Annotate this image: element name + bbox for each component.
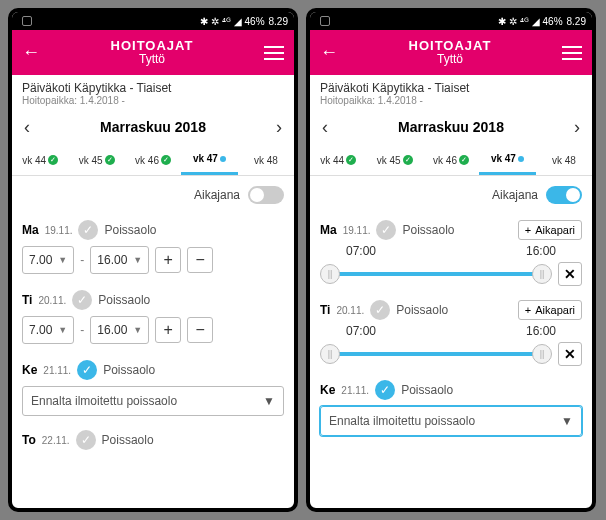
add-timepair-button[interactable]: +: [155, 247, 181, 273]
absence-reason-select[interactable]: Ennalta ilmoitettu poissaolo ▼: [320, 406, 582, 436]
day-name: Ma: [320, 223, 337, 237]
day-header-to: To 22.11. ✓ Poissaolo: [22, 424, 284, 452]
caret-down-icon: ▼: [133, 255, 142, 265]
next-month-button[interactable]: ›: [272, 113, 286, 142]
day-header-ma: Ma 19.11. ✓ Poissaolo +Aikapari: [320, 214, 582, 242]
day-header-ke: Ke 21.11. ✓ Poissaolo: [320, 374, 582, 402]
absence-checkbox[interactable]: ✓: [370, 300, 390, 320]
week-tab-44[interactable]: vk 44✓: [12, 145, 68, 175]
absence-label: Poissaolo: [98, 293, 150, 307]
caret-down-icon: ▼: [58, 255, 67, 265]
day-header-ti: Ti 20.11. ✓ Poissaolo: [22, 284, 284, 312]
days-list: Ma 19.11. ✓ Poissaolo 7.00▼ - 16.00▼ + −…: [12, 214, 294, 508]
time-range-slider[interactable]: || ||: [320, 343, 552, 365]
time-range-slider[interactable]: || ||: [320, 263, 552, 285]
start-time-select[interactable]: 7.00▼: [22, 246, 74, 274]
add-aikapari-button[interactable]: +Aikapari: [518, 220, 582, 240]
time-row: 7.00▼ - 16.00▼ + −: [22, 242, 284, 284]
week-tab-44[interactable]: vk 44✓: [310, 145, 366, 175]
week-tab-45[interactable]: vk 45✓: [68, 145, 124, 175]
absence-checkbox[interactable]: ✓: [78, 220, 98, 240]
appbar-title: HOITOAJAT: [40, 39, 264, 53]
day-date: 19.11.: [45, 225, 73, 236]
camera-icon: [22, 16, 32, 26]
add-aikapari-button[interactable]: +Aikapari: [518, 300, 582, 320]
week-tab-48[interactable]: vk 48: [536, 145, 592, 175]
day-name: Ti: [22, 293, 32, 307]
day-name: Ti: [320, 303, 330, 317]
dot-icon: [518, 156, 524, 162]
slider-thumb-end[interactable]: ||: [532, 264, 552, 284]
plus-icon: +: [525, 224, 531, 236]
place-name: Päiväkoti Käpytikka - Tiaiset: [320, 81, 582, 95]
timeline-toggle-row: Aikajana: [310, 176, 592, 214]
caret-down-icon: ▼: [263, 394, 275, 408]
dot-icon: [220, 156, 226, 162]
next-month-button[interactable]: ›: [570, 113, 584, 142]
back-button[interactable]: ←: [320, 42, 338, 63]
back-button[interactable]: ←: [22, 42, 40, 63]
add-timepair-button[interactable]: +: [155, 317, 181, 343]
week-tabs: vk 44✓ vk 45✓ vk 46✓ vk 47 vk 48: [310, 145, 592, 176]
slider-thumb-start[interactable]: ||: [320, 344, 340, 364]
remove-timepair-button[interactable]: ✕: [558, 342, 582, 366]
slider-thumb-end[interactable]: ||: [532, 344, 552, 364]
check-icon: ✓: [459, 155, 469, 165]
day-date: 22.11.: [42, 435, 70, 446]
week-tab-46[interactable]: vk 46✓: [423, 145, 479, 175]
week-tab-48[interactable]: vk 48: [238, 145, 294, 175]
timeline-toggle[interactable]: [546, 186, 582, 204]
camera-icon: [320, 16, 330, 26]
phone-left: ✱ ✲ ⁴ᴳ ◢ 46% 8.29 ← HOITOAJAT Tyttö Päiv…: [8, 8, 298, 512]
status-bar: ✱ ✲ ⁴ᴳ ◢ 46% 8.29: [310, 12, 592, 30]
place-since: Hoitopaikka: 1.4.2018 -: [320, 95, 582, 106]
time-slider-row: || || ✕: [320, 258, 582, 294]
day-name: Ke: [320, 383, 335, 397]
time-labels: 07:00 16:00: [320, 242, 582, 258]
day-header-ma: Ma 19.11. ✓ Poissaolo: [22, 214, 284, 242]
app-bar: ← HOITOAJAT Tyttö: [12, 30, 294, 75]
week-tab-45[interactable]: vk 45✓: [366, 145, 422, 175]
week-tab-47[interactable]: vk 47: [181, 145, 237, 175]
absence-checkbox[interactable]: ✓: [76, 430, 96, 450]
month-nav: ‹ Marraskuu 2018 ›: [310, 109, 592, 145]
month-label: Marraskuu 2018: [34, 119, 272, 135]
day-name: Ma: [22, 223, 39, 237]
remove-timepair-button[interactable]: −: [187, 247, 213, 273]
end-time-select[interactable]: 16.00▼: [90, 316, 149, 344]
time-labels: 07:00 16:00: [320, 322, 582, 338]
phone-right: ✱ ✲ ⁴ᴳ ◢ 46% 8.29 ← HOITOAJAT Tyttö Päiv…: [306, 8, 596, 512]
month-label: Marraskuu 2018: [332, 119, 570, 135]
plus-icon: +: [525, 304, 531, 316]
absence-checkbox[interactable]: ✓: [375, 380, 395, 400]
absence-checkbox[interactable]: ✓: [77, 360, 97, 380]
absence-label: Poissaolo: [401, 383, 453, 397]
remove-timepair-button[interactable]: −: [187, 317, 213, 343]
start-time-select[interactable]: 7.00▼: [22, 316, 74, 344]
absence-checkbox[interactable]: ✓: [376, 220, 396, 240]
start-time-label: 07:00: [346, 244, 376, 258]
prev-month-button[interactable]: ‹: [318, 113, 332, 142]
check-icon: ✓: [161, 155, 171, 165]
timeline-toggle-label: Aikajana: [492, 188, 538, 202]
status-bar: ✱ ✲ ⁴ᴳ ◢ 46% 8.29: [12, 12, 294, 30]
day-header-ke: Ke 21.11. ✓ Poissaolo: [22, 354, 284, 382]
caret-down-icon: ▼: [561, 414, 573, 428]
remove-timepair-button[interactable]: ✕: [558, 262, 582, 286]
slider-thumb-start[interactable]: ||: [320, 264, 340, 284]
appbar-title: HOITOAJAT: [338, 39, 562, 53]
end-time-select[interactable]: 16.00▼: [90, 246, 149, 274]
day-date: 20.11.: [336, 305, 364, 316]
absence-checkbox[interactable]: ✓: [72, 290, 92, 310]
time-slider-row: || || ✕: [320, 338, 582, 374]
caret-down-icon: ▼: [58, 325, 67, 335]
timeline-toggle[interactable]: [248, 186, 284, 204]
days-list: Ma 19.11. ✓ Poissaolo +Aikapari 07:00 16…: [310, 214, 592, 508]
menu-button[interactable]: [264, 42, 284, 64]
menu-button[interactable]: [562, 42, 582, 64]
week-tab-46[interactable]: vk 46✓: [125, 145, 181, 175]
absence-reason-select[interactable]: Ennalta ilmoitettu poissaolo ▼: [22, 386, 284, 416]
prev-month-button[interactable]: ‹: [20, 113, 34, 142]
caret-down-icon: ▼: [133, 325, 142, 335]
week-tab-47[interactable]: vk 47: [479, 145, 535, 175]
